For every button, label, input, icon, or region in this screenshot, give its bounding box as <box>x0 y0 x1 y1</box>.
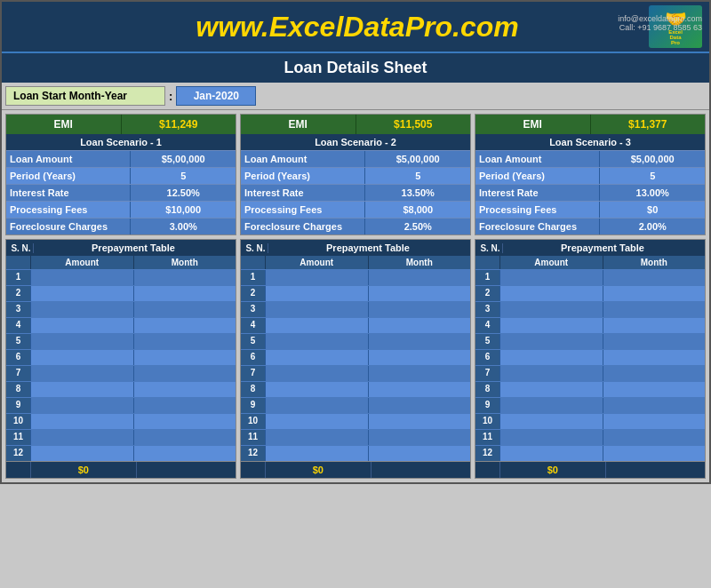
emi-value-2: $11,505 <box>356 115 471 134</box>
prepay-month-2-3[interactable] <box>369 302 471 317</box>
prepay-month-1-5[interactable] <box>134 334 236 349</box>
prepay-amount-1-6[interactable] <box>31 350 134 365</box>
prepay-amount-1-11[interactable] <box>31 430 134 445</box>
prepay-amount-3-5[interactable] <box>500 334 603 349</box>
prepay-amount-3-7[interactable] <box>500 366 603 381</box>
prepay-month-1-7[interactable] <box>134 366 236 381</box>
prepay-amount-1-10[interactable] <box>31 414 134 429</box>
prepay-month-3-11[interactable] <box>603 430 706 445</box>
prepay-month-3-5[interactable] <box>603 334 706 349</box>
prepay-month-3-1[interactable] <box>603 270 706 285</box>
prepay-month-1-11[interactable] <box>134 430 236 445</box>
prepay-month-2-1[interactable] <box>369 270 471 285</box>
data-row-1-1: Period (Years) 5 <box>6 167 236 184</box>
prepay-sn-num-2-4: 4 <box>241 318 266 333</box>
prepay-amount-3-10[interactable] <box>500 414 603 429</box>
prepay-sn-header-1: S. N. <box>9 243 34 253</box>
prepay-amount-3-4[interactable] <box>500 318 603 333</box>
prepay-total-3: $0 <box>475 461 705 478</box>
prepay-month-2-11[interactable] <box>369 430 471 445</box>
prepay-amount-3-2[interactable] <box>500 286 603 301</box>
prepay-month-2-6[interactable] <box>369 350 471 365</box>
data-label-2-0: Loan Amount <box>241 151 365 167</box>
header-url[interactable]: www.ExcelDataPro.com <box>196 11 518 43</box>
emi-row-2: EMI $11,505 <box>241 115 470 134</box>
prepay-month-1-4[interactable] <box>134 318 236 333</box>
prepay-amount-2-1[interactable] <box>266 270 369 285</box>
prepay-month-3-8[interactable] <box>603 382 706 397</box>
prepay-month-3-2[interactable] <box>603 286 706 301</box>
prepay-amount-1-7[interactable] <box>31 366 134 381</box>
prepay-sn-num-3-10: 10 <box>475 414 500 429</box>
prepay-month-1-1[interactable] <box>134 270 236 285</box>
prepay-amount-2-2[interactable] <box>266 286 369 301</box>
emi-label-2: EMI <box>241 115 356 134</box>
prepay-month-1-3[interactable] <box>134 302 236 317</box>
data-value-1-0: $5,00,000 <box>131 151 236 167</box>
prepay-month-1-6[interactable] <box>134 350 236 365</box>
prepay-sn-num-2-12: 12 <box>241 446 266 461</box>
scenario-title-2: Loan Scenario - 2 <box>241 134 470 150</box>
prepay-month-3-3[interactable] <box>603 302 706 317</box>
prepay-month-3-4[interactable] <box>603 318 706 333</box>
prepay-sn-num-3-6: 6 <box>475 350 500 365</box>
prepay-amount-1-3[interactable] <box>31 302 134 317</box>
prepay-amount-3-3[interactable] <box>500 302 603 317</box>
prepay-month-1-2[interactable] <box>134 286 236 301</box>
prepay-month-1-12[interactable] <box>134 446 236 461</box>
prepay-month-2-8[interactable] <box>369 382 471 397</box>
prepay-amount-1-12[interactable] <box>31 446 134 461</box>
prepay-amount-1-5[interactable] <box>31 334 134 349</box>
prepay-row-1-10: 10 <box>6 413 236 429</box>
prepayment-section: S. N. Prepayment Table Amount Month 1 2 … <box>5 239 706 479</box>
prepay-amount-3-9[interactable] <box>500 398 603 413</box>
prepay-month-1-9[interactable] <box>134 398 236 413</box>
sheet-title: Loan Details Sheet <box>2 52 709 83</box>
prepay-amount-2-11[interactable] <box>266 430 369 445</box>
prepay-amount-1-1[interactable] <box>31 270 134 285</box>
prepay-amount-1-8[interactable] <box>31 382 134 397</box>
prepay-amount-3-8[interactable] <box>500 382 603 397</box>
prepay-amount-1-4[interactable] <box>31 318 134 333</box>
prepay-month-3-10[interactable] <box>603 414 706 429</box>
prepay-month-2-5[interactable] <box>369 334 471 349</box>
prepay-amount-2-3[interactable] <box>266 302 369 317</box>
prepay-month-2-7[interactable] <box>369 366 471 381</box>
prepay-amount-2-5[interactable] <box>266 334 369 349</box>
prepay-amount-3-12[interactable] <box>500 446 603 461</box>
prepay-sub-sn-1 <box>6 256 31 269</box>
prepay-month-2-4[interactable] <box>369 318 471 333</box>
prepay-month-2-12[interactable] <box>369 446 471 461</box>
prepay-amount-3-1[interactable] <box>500 270 603 285</box>
prepay-amount-3-6[interactable] <box>500 350 603 365</box>
prepay-amount-2-12[interactable] <box>266 446 369 461</box>
loan-start-colon: : <box>165 90 176 103</box>
prepay-amount-2-6[interactable] <box>266 350 369 365</box>
prepay-sn-num-3-4: 4 <box>475 318 500 333</box>
prepay-month-1-10[interactable] <box>134 414 236 429</box>
prepay-month-3-9[interactable] <box>603 398 706 413</box>
loan-start-value[interactable]: Jan-2020 <box>176 86 256 106</box>
prepay-month-2-9[interactable] <box>369 398 471 413</box>
prepay-month-3-6[interactable] <box>603 350 706 365</box>
prepay-row-1-11: 11 <box>6 429 236 445</box>
prepay-amount-2-9[interactable] <box>266 398 369 413</box>
prepay-amount-2-10[interactable] <box>266 414 369 429</box>
prepay-sn-num-2-11: 11 <box>241 430 266 445</box>
prepay-amount-1-2[interactable] <box>31 286 134 301</box>
prepay-month-2-2[interactable] <box>369 286 471 301</box>
prepay-month-3-12[interactable] <box>603 446 706 461</box>
prepay-amount-2-4[interactable] <box>266 318 369 333</box>
data-row-2-0: Loan Amount $5,00,000 <box>241 150 470 167</box>
prepay-amount-2-8[interactable] <box>266 382 369 397</box>
data-value-3-1: 5 <box>600 168 705 184</box>
prepay-amount-1-9[interactable] <box>31 398 134 413</box>
prepay-month-2-10[interactable] <box>369 414 471 429</box>
prepay-amount-3-11[interactable] <box>500 430 603 445</box>
prepay-month-1-8[interactable] <box>134 382 236 397</box>
data-value-3-3: $0 <box>600 202 705 218</box>
prepay-sn-num-2-1: 1 <box>241 270 266 285</box>
prepay-amount-2-7[interactable] <box>266 366 369 381</box>
prepay-month-3-7[interactable] <box>603 366 706 381</box>
prepay-total-value-2: $0 <box>266 462 371 478</box>
